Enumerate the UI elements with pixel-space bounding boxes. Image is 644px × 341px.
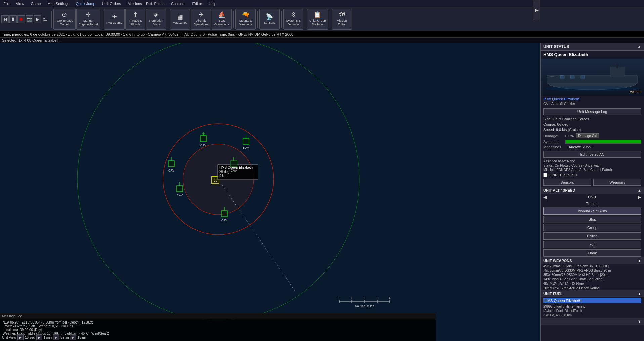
menu-map-settings[interactable]: Map Settings <box>44 1 72 6</box>
throttle-icon: ⬆ <box>133 12 138 18</box>
fuel-expand-icon[interactable]: ▲ <box>638 292 641 296</box>
message-log-bar: Message Log <box>0 313 436 319</box>
throttle-flank-button[interactable]: Flank <box>543 249 641 257</box>
menu-file[interactable]: File <box>0 1 13 6</box>
menu-contacts[interactable]: Contacts <box>168 1 189 6</box>
svg-text:0: 0 <box>337 296 339 300</box>
unit-message-log-button[interactable]: Unit Message Log <box>543 108 641 115</box>
weapons-expand-icon[interactable]: ▲ <box>638 259 641 263</box>
magazines-label: Magazines <box>543 145 567 149</box>
weapon-item-5[interactable]: 40x Mk245A2 TALOS Flare <box>541 281 644 286</box>
systems-damage-button[interactable]: ⚙ Systems &Damage <box>283 9 303 30</box>
fast-forward-button[interactable]: ▶ <box>34 15 41 23</box>
sensors-button[interactable]: 📡 Sensors <box>259 9 280 30</box>
svg-text:3: 3 <box>376 296 378 300</box>
throttle-creep-button[interactable]: Creep <box>543 224 641 231</box>
svg-point-1 <box>163 124 274 235</box>
unrep-checkbox[interactable] <box>543 173 547 177</box>
menu-view[interactable]: View <box>13 1 28 6</box>
svg-rect-4 <box>212 176 219 184</box>
playback-icon-1[interactable]: ▶ <box>17 334 24 340</box>
alt-speed-title: UNIT ALT / SPEED <box>543 188 575 192</box>
damage-ctrl-button[interactable]: Damage Ctrl <box>576 133 599 138</box>
systems-progress-bar <box>565 140 641 144</box>
pause-button[interactable]: ⏸ <box>9 15 17 23</box>
unit-link[interactable]: R 08 Queen Elizabeth <box>541 96 644 102</box>
menu-quick-jump[interactable]: Quick Jump <box>73 1 99 6</box>
menu-bar: File View Game Map Settings Quick Jump U… <box>0 0 644 7</box>
snapshot-button[interactable]: 📷 <box>26 15 33 23</box>
selected-label: Selected: <box>2 38 17 42</box>
sensors-detail-button[interactable]: Sensors <box>543 179 591 186</box>
weapon-item-2[interactable]: 75x 30mm/75 DS30M Mk2 APDS Burst [20 m <box>541 268 644 273</box>
status-text: Time: miércoles, 6 de octubre de 2021 · … <box>2 32 293 36</box>
svg-text:⛶: ⛶ <box>214 179 217 182</box>
svg-rect-14 <box>243 138 249 144</box>
interval-1: 15 sec <box>25 336 35 339</box>
svg-rect-26 <box>221 211 227 217</box>
ship-silhouette <box>541 59 644 96</box>
playback-icon-2[interactable]: ▶ <box>36 334 42 340</box>
manual-engage-label: ManualEngage Target <box>79 19 98 26</box>
magazines-button[interactable]: ▦ Magazines <box>170 9 190 30</box>
plot-course-button[interactable]: ✈ Plot Course <box>104 9 125 30</box>
unrep-label: UNREP queue 0 <box>550 173 577 177</box>
unit-doctrine-button[interactable]: 📋 Unit / GroupDoctrine <box>307 9 328 30</box>
status-text: Status: On Plotted Course (Underway) <box>541 163 644 168</box>
side-info: Side: UK & Coalition Forces <box>541 116 644 122</box>
manual-engage-button[interactable]: ✛ ManualEngage Target <box>76 9 100 30</box>
weapons-detail-button[interactable]: Weapons <box>593 179 641 186</box>
map-expand-button[interactable]: ▶ <box>533 0 540 20</box>
throttle-altitude-button[interactable]: ⬆ Throttle &Altitude <box>125 9 145 30</box>
edit-hosted-ac-button[interactable]: Edit hosted AC <box>543 151 641 158</box>
svg-rect-20 <box>231 161 237 167</box>
svg-rect-17 <box>168 161 174 167</box>
weapon-item-4[interactable]: 149x Mk214 Sea Gnat Chaff [Seduction] <box>541 277 644 281</box>
svg-text:CAV: CAV <box>200 144 206 147</box>
svg-rect-46 <box>560 76 564 78</box>
map-area[interactable]: ⛶ HMS Queen Elizabeth 86 deg 9 kts CAV C… <box>0 43 540 341</box>
unit-type: CV · Aircraft Carrier <box>541 102 644 107</box>
mission-editor-button[interactable]: 🗺 MissionEditor <box>332 9 352 30</box>
extra-section-header[interactable]: ▼ <box>541 318 644 325</box>
fuel-remaining: 29997.8 fuel units remaining <box>541 304 644 309</box>
fuel-unit-selected[interactable]: HMS Queen Elizabeth <box>543 298 641 303</box>
svg-rect-6 <box>218 165 258 180</box>
playback-icon-3[interactable]: ▶ <box>53 334 59 340</box>
unit-name-display: HMS Queen Elizabeth <box>541 51 644 59</box>
auto-engage-icon: ⊙ <box>62 12 67 18</box>
fuel-title: UNIT FUEL <box>543 292 562 296</box>
main-content: ⛶ HMS Queen Elizabeth 86 deg 9 kts CAV C… <box>0 43 644 341</box>
menu-missions[interactable]: Missions + Ref. Points <box>124 1 168 6</box>
formation-editor-button[interactable]: ◈ FormationEditor <box>146 9 166 30</box>
alt-nav-left-arrow[interactable]: ◀ <box>542 194 548 200</box>
record-button[interactable]: ⏺ <box>17 15 25 23</box>
systems-label: Systems: <box>543 140 563 144</box>
throttle-stop-button[interactable]: Stop <box>543 216 641 223</box>
menu-help[interactable]: Help <box>205 1 220 6</box>
throttle-full-button[interactable]: Full <box>543 241 641 248</box>
aircraft-ops-label: AircraftOperations <box>194 19 208 26</box>
interval-3: 5 min <box>60 336 69 339</box>
menu-game[interactable]: Game <box>27 1 44 6</box>
collapse-icon[interactable]: ▲ <box>637 44 641 49</box>
weapon-item-1[interactable]: 45x 20mm/100 Mk15 Phalanx Blk 1B Burst [ <box>541 264 644 268</box>
mounts-weapons-button[interactable]: 🔫 Mounts &Weapons <box>235 9 256 30</box>
playback-icon-4[interactable]: ▶ <box>70 334 76 340</box>
weapon-item-6[interactable]: 20x Mk251 Siren Active Decoy Round <box>541 286 644 290</box>
boat-operations-button[interactable]: ⛵ BoatOperations <box>212 9 232 30</box>
weapon-item-3[interactable]: 353x 30mm/75 DS30M Mk3 HE Burst [20 m <box>541 273 644 277</box>
alt-nav-right-arrow[interactable]: ▶ <box>636 194 643 200</box>
menu-editor[interactable]: Editor <box>189 1 205 6</box>
auto-engage-button[interactable]: ⊙ Auto EngageTarget <box>53 9 76 30</box>
throttle-cruise-button[interactable]: Cruise <box>543 232 641 240</box>
extra-expand-icon[interactable]: ▼ <box>638 319 641 324</box>
throttle-manual-button[interactable]: Manual - Set Auto <box>543 207 641 215</box>
sensors-icon: 📡 <box>266 14 273 20</box>
menu-unit-orders[interactable]: Unit Orders <box>99 1 124 6</box>
plot-course-icon: ✈ <box>112 14 117 20</box>
rewind-button[interactable]: ⏮ <box>1 15 9 23</box>
unit-tab-label: UNIT <box>548 194 636 200</box>
alt-speed-expand-icon[interactable]: ▲ <box>638 188 641 192</box>
aircraft-operations-button[interactable]: ✈ AircraftOperations <box>191 9 211 30</box>
